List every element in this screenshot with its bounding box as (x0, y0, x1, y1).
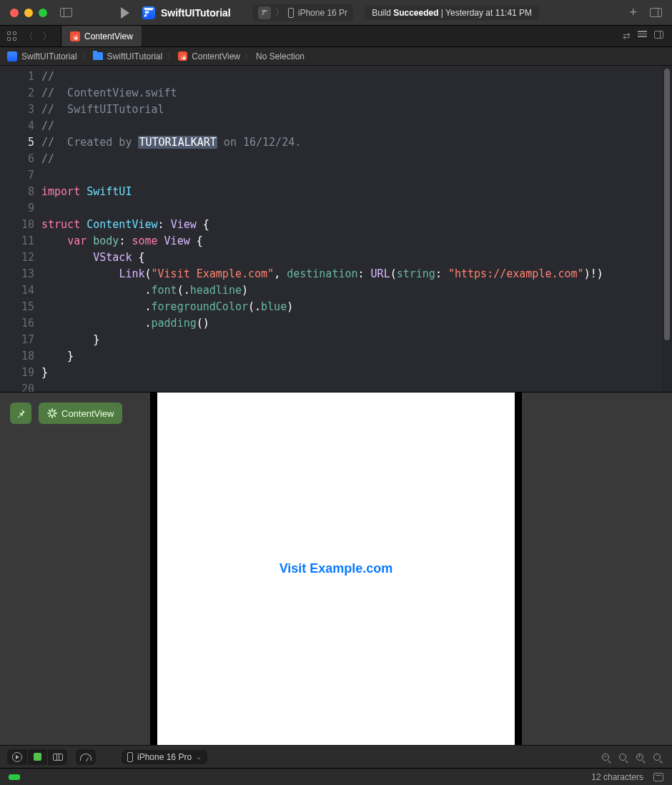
line-number[interactable]: 6 (0, 151, 34, 167)
project-app-icon (142, 6, 155, 19)
line-gutter[interactable]: 1234567891011121314151617181920 (0, 66, 41, 392)
file-tab[interactable]: ContentView (61, 26, 142, 46)
line-number[interactable]: 19 (0, 365, 34, 381)
code-line[interactable]: .font(.headline) (41, 282, 672, 299)
line-number[interactable]: 5 (0, 134, 34, 151)
nav-back-button[interactable]: 〈 (22, 30, 35, 43)
editor-layout-icon[interactable] (654, 31, 663, 39)
code-line[interactable]: var body: some View { (41, 233, 672, 250)
related-items-icon[interactable] (7, 31, 16, 41)
code-line[interactable]: } (41, 332, 672, 348)
maximize-window-button[interactable] (39, 9, 47, 17)
line-number[interactable]: 9 (0, 200, 34, 217)
run-button-icon[interactable] (121, 7, 129, 19)
code-line[interactable]: } (41, 348, 672, 365)
preview-device-select[interactable]: iPhone 16 Pro ⌄ (122, 750, 207, 764)
line-number[interactable]: 4 (0, 118, 34, 134)
scheme-selector[interactable]: 〉 iPhone 16 Pr (252, 4, 353, 21)
breadcrumb-item[interactable]: SwiftUITutorial (21, 51, 77, 61)
line-number[interactable]: 15 (0, 299, 34, 315)
line-number[interactable]: 12 (0, 250, 34, 266)
zoom-out-button[interactable] (615, 749, 631, 765)
refresh-icon[interactable]: ⇄ (623, 31, 631, 41)
toggle-inspector-icon[interactable] (650, 8, 662, 17)
add-tab-button[interactable]: + (629, 5, 637, 20)
line-number[interactable]: 7 (0, 167, 34, 184)
play-circle-icon (12, 752, 22, 762)
code-line[interactable]: .foregroundColor(.blue) (41, 299, 672, 315)
toggle-navigator-icon[interactable] (60, 8, 72, 17)
close-window-button[interactable] (10, 9, 19, 17)
live-preview-button[interactable] (7, 749, 27, 765)
minimize-window-button[interactable] (24, 9, 33, 17)
character-count: 12 characters (591, 772, 643, 782)
line-number[interactable]: 20 (0, 381, 34, 392)
source-editor[interactable]: 1234567891011121314151617181920 //// Con… (0, 66, 672, 392)
line-number[interactable]: 13 (0, 266, 34, 282)
build-status[interactable]: Build Succeeded | Yesterday at 11:41 PM (365, 6, 539, 20)
code-area[interactable]: //// ContentView.swift// SwiftUITutorial… (41, 66, 672, 392)
status-bar: 12 characters (0, 768, 672, 785)
code-line[interactable]: import SwiftUI (41, 184, 672, 200)
zoom-fit-button[interactable] (632, 749, 648, 765)
chevron-right-icon: 〉 (167, 51, 174, 61)
variants-button[interactable] (47, 749, 67, 765)
line-number[interactable]: 3 (0, 102, 34, 118)
code-line[interactable] (41, 381, 672, 392)
selectable-preview-button[interactable] (27, 749, 47, 765)
preview-chip-label: ContentView (61, 408, 114, 419)
code-line[interactable]: } (41, 365, 672, 381)
code-line[interactable] (41, 167, 672, 184)
zoom-in-button[interactable] (649, 749, 665, 765)
code-line[interactable] (41, 200, 672, 217)
code-line[interactable]: struct ContentView: View { (41, 217, 672, 233)
console-toggle-icon[interactable] (653, 773, 663, 781)
adjust-editor-icon[interactable] (638, 31, 647, 41)
build-success-indicator[interactable] (9, 774, 20, 780)
code-line[interactable]: // SwiftUITutorial (41, 102, 672, 118)
magnifier-icon (619, 754, 626, 761)
square-icon (34, 753, 41, 761)
breadcrumb-item[interactable]: SwiftUITutorial (107, 51, 163, 61)
line-number[interactable]: 16 (0, 315, 34, 332)
line-number[interactable]: 17 (0, 332, 34, 348)
line-number[interactable]: 11 (0, 233, 34, 250)
status-prefix: Build (372, 8, 393, 18)
jump-bar[interactable]: SwiftUITutorial 〉 SwiftUITutorial 〉 Cont… (0, 47, 672, 66)
folder-icon (93, 52, 103, 60)
scrollbar-thumb[interactable] (664, 69, 670, 340)
swift-file-icon (178, 51, 187, 61)
editor-scrollbar[interactable] (661, 66, 672, 392)
line-number[interactable]: 18 (0, 348, 34, 365)
canvas-mode-segment (7, 749, 67, 765)
breadcrumb-item[interactable]: No Selection (256, 51, 305, 61)
line-number[interactable]: 1 (0, 69, 34, 85)
line-number[interactable]: 10 (0, 217, 34, 233)
canvas-body[interactable]: ContentView Visit Example.com (0, 393, 672, 745)
preview-link-text[interactable]: Visit Example.com (280, 561, 393, 576)
performance-button[interactable] (76, 749, 96, 765)
code-line[interactable]: Link("Visit Example.com", destination: U… (41, 266, 672, 282)
pin-preview-button[interactable] (10, 403, 31, 424)
code-line[interactable]: // (41, 151, 672, 167)
code-line[interactable]: .padding() (41, 315, 672, 332)
nav-forward-button[interactable]: 〉 (41, 30, 54, 43)
window-titlebar: SwiftUITutorial 〉 iPhone 16 Pr Build Suc… (0, 0, 672, 26)
scheme-app-icon (258, 6, 271, 19)
project-title[interactable]: SwiftUITutorial (161, 7, 231, 19)
code-line[interactable]: // Created by TUTORIALKART on 16/12/24. (41, 134, 672, 151)
breadcrumb-item[interactable]: ContentView (192, 51, 240, 61)
line-number[interactable]: 2 (0, 85, 34, 102)
code-line[interactable]: // (41, 69, 672, 85)
code-line[interactable]: VStack { (41, 250, 672, 266)
traffic-lights (10, 9, 47, 17)
zoom-out-full-button[interactable] (598, 749, 613, 765)
gauge-icon (80, 754, 92, 761)
performance-segment (76, 749, 96, 765)
code-line[interactable]: // ContentView.swift (41, 85, 672, 102)
code-line[interactable]: // (41, 118, 672, 134)
preview-chip[interactable]: ContentView (39, 403, 122, 424)
device-screen[interactable]: Visit Example.com (157, 393, 515, 745)
line-number[interactable]: 14 (0, 282, 34, 299)
line-number[interactable]: 8 (0, 184, 34, 200)
